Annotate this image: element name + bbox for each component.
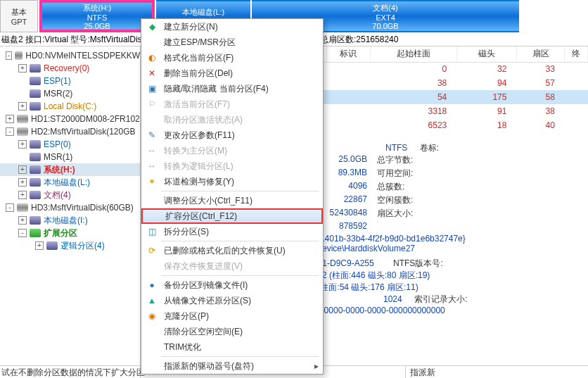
col-header[interactable]: 标识 bbox=[326, 46, 371, 62]
partition-block-l1: 本地磁盘(L:) bbox=[156, 7, 250, 18]
menu-item-1[interactable]: 建立ESP/MSR分区 bbox=[141, 34, 323, 50]
menu-item-0[interactable]: ◆建立新分区(N) bbox=[141, 19, 323, 34]
tree-item-11[interactable]: +文档(4) bbox=[0, 189, 140, 201]
tree-expander[interactable]: + bbox=[18, 64, 27, 73]
menu-item-icon: ◐ bbox=[146, 52, 158, 63]
tree-expander[interactable]: - bbox=[6, 203, 14, 212]
cell-cyl: 0 bbox=[371, 62, 457, 76]
menu-item-icon: ✕ bbox=[146, 68, 158, 79]
menu-item-icon: ↔ bbox=[146, 145, 158, 156]
partition-icon bbox=[30, 89, 41, 98]
ntfs-version-label: NTFS版本号: bbox=[393, 258, 443, 268]
cell-hd: 91 bbox=[456, 104, 516, 118]
menu-item-icon bbox=[146, 195, 158, 206]
menu-item-label: 清除分区空闲空间(E) bbox=[164, 326, 243, 338]
menu-item-label: 建立新分区(N) bbox=[164, 21, 218, 33]
partition-context-menu: ◆建立新分区(N)建立ESP/MSR分区◐格式化当前分区(F)✕删除当前分区(D… bbox=[141, 18, 324, 374]
disk-icon bbox=[17, 203, 28, 212]
menu-item-17: 保存文件恢复进度(V) bbox=[141, 258, 323, 274]
details-vol-label: 卷标: bbox=[420, 142, 462, 154]
menu-item-4[interactable]: ▣隐藏/取消隐藏 当前分区(F4) bbox=[141, 81, 323, 96]
tree-label: HD1:ST2000DM008-2FR102 bbox=[31, 114, 140, 124]
tree-item-13[interactable]: +本地磁盘(I:) bbox=[0, 214, 140, 227]
partition-block-l1: 文档(4) bbox=[252, 3, 519, 13]
partition-icon bbox=[30, 77, 41, 85]
tree-expander[interactable]: + bbox=[6, 115, 14, 123]
menu-item-14[interactable]: ◫拆分分区(S) bbox=[141, 224, 323, 239]
menu-item-23[interactable]: TRIM优化 bbox=[141, 339, 323, 355]
partition-block-l1: 系统(H:) bbox=[42, 3, 152, 13]
menu-item-20[interactable]: ▲从镜像文件还原分区(S) bbox=[141, 293, 323, 308]
menu-item-icon: ◉ bbox=[146, 310, 158, 322]
col-header[interactable]: 扇区 bbox=[516, 46, 564, 62]
cell-flag bbox=[326, 76, 371, 90]
tree-label: MSR(2) bbox=[44, 89, 72, 99]
tree-item-6[interactable]: -HD2:MsftVirtualDisk(120GB bbox=[0, 125, 140, 138]
partition-icon bbox=[30, 229, 41, 237]
tree-item-5[interactable]: +HD1:ST2000DM008-2FR102 bbox=[0, 113, 140, 125]
menu-item-label: 扩容分区(Ctrl_F12) bbox=[165, 210, 237, 222]
cell-cyl: 3318 bbox=[371, 104, 457, 118]
tree-expander[interactable]: + bbox=[18, 165, 27, 174]
menu-item-label: 克隆分区(P) bbox=[164, 310, 209, 322]
menu-item-2[interactable]: ◐格式化当前分区(F) bbox=[141, 50, 323, 65]
menu-item-5: ⚐激活当前分区(F7) bbox=[141, 96, 323, 112]
menu-item-21[interactable]: ◉克隆分区(P) bbox=[141, 308, 323, 324]
disk-icon bbox=[15, 51, 23, 60]
menu-item-label: 转换为逻辑分区(L) bbox=[164, 160, 234, 172]
cell-flag bbox=[326, 118, 371, 132]
tree-item-15[interactable]: +逻辑分区(4) bbox=[0, 239, 140, 252]
tree-label: 系统(H:) bbox=[44, 164, 75, 176]
menu-item-label: 调整分区大小(Ctrl_F11) bbox=[164, 195, 253, 207]
menu-item-16[interactable]: ⟳已删除或格式化后的文件恢复(U) bbox=[141, 243, 323, 258]
col-header[interactable]: 磁头 bbox=[456, 46, 516, 62]
menu-item-3[interactable]: ✕删除当前分区(Del) bbox=[141, 65, 323, 81]
menu-item-icon bbox=[147, 210, 160, 222]
menu-item-label: 备份分区到镜像文件(I) bbox=[164, 279, 248, 291]
menu-item-25[interactable]: 指派新的驱动器号(盘符)▸ bbox=[141, 358, 323, 374]
menu-item-19[interactable]: ●备份分区到镜像文件(I) bbox=[141, 277, 323, 293]
menu-item-icon: ⟳ bbox=[146, 245, 158, 256]
cell-sec: 57 bbox=[516, 76, 564, 90]
tree-expander[interactable]: - bbox=[6, 51, 12, 60]
tree-item-12[interactable]: -HD3:MsftVirtualDisk(60GB) bbox=[0, 201, 140, 214]
menu-item-label: 激活当前分区(F7) bbox=[164, 99, 230, 111]
tree-expander[interactable]: - bbox=[18, 229, 27, 237]
tree-item-1[interactable]: +Recovery(0) bbox=[0, 62, 140, 75]
tree-expander[interactable]: + bbox=[35, 241, 44, 250]
tree-item-0[interactable]: -HD0:NVMeINTELSSDPEKKW bbox=[0, 49, 140, 62]
menu-item-22[interactable]: 清除分区空闲空间(E) bbox=[141, 324, 323, 339]
tree-item-2[interactable]: ESP(1) bbox=[0, 75, 140, 87]
menu-item-12[interactable]: 调整分区大小(Ctrl_F11) bbox=[141, 193, 323, 208]
partition-icon bbox=[30, 178, 41, 187]
menu-item-icon bbox=[146, 114, 158, 125]
menu-item-13[interactable]: 扩容分区(Ctrl_F12) bbox=[141, 208, 323, 224]
tree-expander[interactable]: + bbox=[18, 140, 27, 149]
tree-item-7[interactable]: +ESP(0) bbox=[0, 138, 140, 151]
tree-expander[interactable]: - bbox=[6, 127, 14, 136]
menu-separator bbox=[161, 191, 319, 191]
tree-item-4[interactable]: +Local Disk(C:) bbox=[0, 100, 140, 113]
tree-item-10[interactable]: +本地磁盘(L:) bbox=[0, 176, 140, 189]
tree-label: Local Disk(C:) bbox=[44, 101, 96, 111]
col-header[interactable]: 起始柱面 bbox=[371, 46, 457, 62]
col-header[interactable]: 终 bbox=[565, 46, 588, 62]
partition-block-l3: 25.0GB bbox=[42, 22, 152, 30]
tree-item-9[interactable]: +系统(H:) bbox=[0, 163, 140, 176]
tree-expander[interactable]: + bbox=[18, 191, 27, 199]
partition-block-0[interactable]: 系统(H:)NTFS25.0GB bbox=[39, 0, 155, 32]
tree-expander[interactable]: + bbox=[18, 102, 27, 111]
menu-item-10[interactable]: ✶坏道检测与修复(Y) bbox=[141, 174, 323, 189]
tree-expander[interactable]: + bbox=[18, 216, 27, 225]
tree-expander[interactable]: + bbox=[18, 178, 27, 187]
partition-icon bbox=[30, 102, 41, 111]
menu-item-7[interactable]: ✎更改分区参数(F11) bbox=[141, 127, 323, 143]
menu-item-icon bbox=[146, 37, 158, 48]
tree-item-3[interactable]: MSR(2) bbox=[0, 87, 140, 100]
menu-item-icon bbox=[146, 341, 158, 353]
menu-item-label: 删除当前分区(Del) bbox=[164, 68, 233, 80]
tree-item-14[interactable]: -扩展分区 bbox=[0, 227, 140, 239]
disk-tree: -HD0:NVMeINTELSSDPEKKW+Recovery(0)ESP(1)… bbox=[0, 46, 141, 378]
tree-item-8[interactable]: MSR(1) bbox=[0, 151, 140, 163]
partition-icon bbox=[30, 165, 41, 174]
